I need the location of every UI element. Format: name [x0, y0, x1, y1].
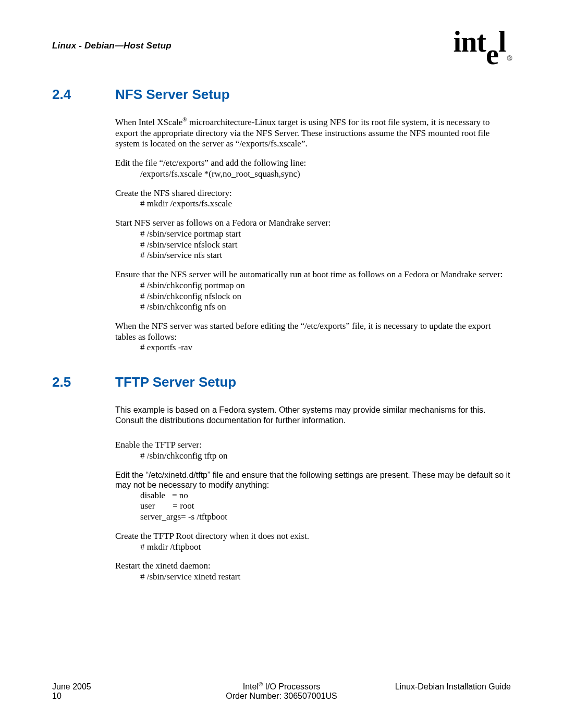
- page-footer: June 2005 10 Intel® I/O Processors Order…: [52, 682, 511, 701]
- code-line: # mkdir /exports/fs.xscale: [140, 199, 511, 209]
- paragraph: Edit the file “/etc/exports” and add the…: [115, 158, 511, 179]
- paragraph: When Intel XScale® microarchitecture-Lin…: [115, 117, 511, 150]
- paragraph: Restart the xinetd daemon: # /sbin/servi…: [115, 561, 511, 582]
- code-line: # /sbin/service nfslock start: [140, 240, 511, 251]
- paragraph: Enable the TFTP server: # /sbin/chkconfi…: [115, 440, 511, 461]
- footer-left: June 2005 10: [52, 682, 198, 701]
- section-heading: 2.5 TFTP Server Setup: [52, 374, 511, 390]
- code-line: # /sbin/chkconfig portmap on: [140, 280, 511, 291]
- paragraph: Start NFS server as follows on a Fedora …: [115, 218, 511, 261]
- footer-center: Intel® I/O Processors Order Number: 3065…: [198, 682, 365, 701]
- paragraph: Create the TFTP Root directory when it d…: [115, 531, 511, 552]
- code-line: # /sbin/service nfs start: [140, 250, 511, 261]
- running-header: Linux - Debian—Host Setup: [52, 41, 511, 51]
- code-line: # exportfs -rav: [140, 342, 511, 353]
- code-line: # /sbin/chkconfig nfs on: [140, 302, 511, 313]
- section-title: TFTP Server Setup: [115, 374, 236, 390]
- config-block: disable = no user = root server_args= -s…: [140, 490, 511, 523]
- section-2-4: 2.4 NFS Server Setup When Intel XScale® …: [52, 87, 511, 353]
- page-content: Linux - Debian—Host Setup 2.4 NFS Server…: [52, 41, 511, 591]
- code-line: # mkdir /tftpboot: [140, 542, 511, 553]
- section-number: 2.4: [52, 87, 115, 103]
- code-line: # /sbin/service xinetd restart: [140, 572, 511, 583]
- section-title: NFS Server Setup: [115, 87, 230, 103]
- section-2-5: 2.5 TFTP Server Setup This example is ba…: [52, 374, 511, 583]
- paragraph: This example is based on a Fedora system…: [115, 405, 511, 425]
- code-line: /exports/fs.xscale *(rw,no_root_squash,s…: [140, 169, 511, 180]
- section-heading: 2.4 NFS Server Setup: [52, 87, 511, 103]
- paragraph: Create the NFS shared directory: # mkdir…: [115, 188, 511, 209]
- code-line: # /sbin/chkconfig nfslock on: [140, 291, 511, 302]
- code-line: # /sbin/chkconfig tftp on: [140, 451, 511, 462]
- paragraph: When the NFS server was started before e…: [115, 321, 511, 353]
- footer-right: Linux-Debian Installation Guide: [365, 682, 511, 701]
- code-line: # /sbin/service portmap start: [140, 229, 511, 240]
- paragraph: Edit the “/etc/xinetd.d/tftp” file and e…: [115, 470, 511, 523]
- section-number: 2.5: [52, 374, 115, 390]
- paragraph: Ensure that the NFS server will be autom…: [115, 269, 511, 313]
